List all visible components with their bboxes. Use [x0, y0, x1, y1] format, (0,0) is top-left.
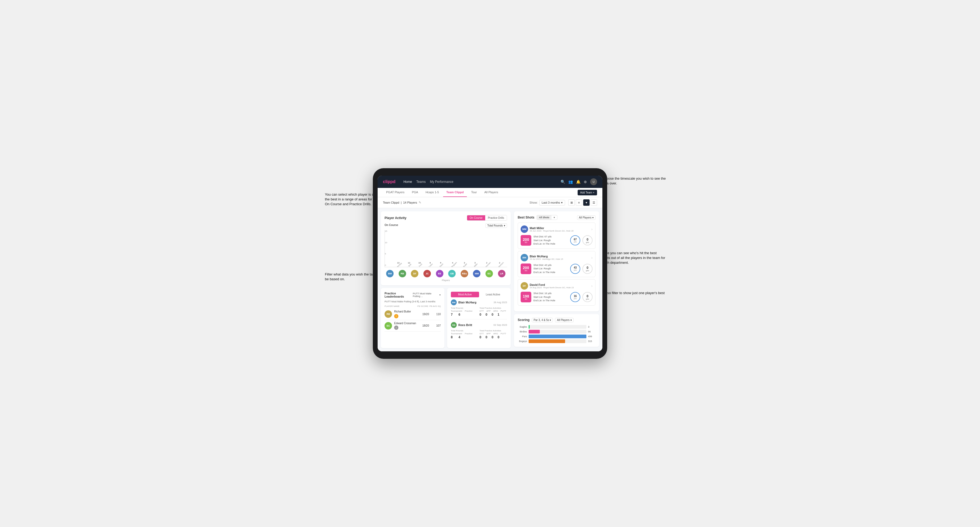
- shot-player-name-2: Blair McHarg: [530, 255, 590, 258]
- grid-view-icon[interactable]: ⊞: [568, 199, 575, 206]
- tab-most-active[interactable]: Most Active: [451, 292, 479, 297]
- y-label-15: 15: [385, 230, 387, 232]
- stats-practice-val-1: 6: [458, 313, 460, 316]
- leaderboard-cols: PLAYER NAME PB SCORE PB AVG SQ: [385, 305, 441, 307]
- activity-toggle: On Course Practice Drills: [467, 215, 507, 221]
- practice-drills-toggle[interactable]: Practice Drills: [485, 215, 507, 221]
- tab-hcaps[interactable]: Hcaps 1-5: [422, 188, 442, 197]
- shot-player-sub-2: 23 Jul 2023 · Ashridge GC, Hole 15: [530, 258, 590, 260]
- bar-group-7: 3M. Miller: [471, 262, 479, 267]
- tab-pgat-players[interactable]: PGAT Players: [383, 188, 408, 197]
- tab-least-active[interactable]: Least Active: [479, 292, 508, 297]
- shot-info-3: Shot Dist: 16 yds Start Lie: Rough End L…: [533, 292, 568, 303]
- avatar[interactable]: U: [590, 178, 597, 185]
- scoring-par-dropdown[interactable]: Par 3, 4 & 5s ▾: [532, 318, 553, 322]
- tab-team-clippd[interactable]: Team Clippd: [443, 188, 467, 197]
- nav-link-home[interactable]: Home: [403, 180, 412, 184]
- best-shots-header: Best Shots All Shots ▾ All Players ▾: [518, 215, 595, 220]
- active-player-header-2: RB Rees Britt 02 Sep 2023: [451, 322, 507, 328]
- shots-tab-best[interactable]: ▾: [552, 215, 557, 220]
- stats-label-rounds-1: Total Rounds: [451, 307, 479, 309]
- player-activity-title: Player Activity: [385, 216, 406, 220]
- shot-player-sub-1: 09 Jun 2023 · Royal North Devon GC, Hole…: [530, 230, 590, 232]
- scoring-players-dropdown[interactable]: All Players ▾: [555, 318, 573, 322]
- player-activity-header: Player Activity On Course Practice Drill…: [385, 215, 507, 221]
- chevron-right-icon-3[interactable]: ›: [591, 284, 593, 288]
- stats-practice-label-1: Practice: [465, 310, 473, 312]
- shot-player-info-1: Matt Miller 09 Jun 2023 · Royal North De…: [530, 227, 590, 232]
- shot-stat-zero-1: 0 yds: [582, 235, 593, 245]
- stats-tournament-val-1: 7: [451, 313, 453, 316]
- chevron-right-icon-2[interactable]: ›: [591, 256, 593, 260]
- active-date-1: 26 Aug 2023: [493, 301, 507, 304]
- shot-avatar-3: DF: [520, 282, 528, 290]
- player-avg-1: 110: [431, 313, 441, 316]
- shots-players-dropdown[interactable]: All Players ▾: [577, 215, 595, 220]
- player-avatar-bar-6: RBu: [461, 270, 468, 277]
- annotation-top-right: Choose the timescale you wish to see the…: [602, 176, 666, 186]
- player-avatar-1: RB: [385, 310, 392, 318]
- active-avatar-1: BM: [451, 300, 457, 305]
- tab-tour[interactable]: Tour: [468, 188, 480, 197]
- scoring-bar-2: [529, 335, 586, 338]
- table-view-icon[interactable]: ☰: [591, 199, 597, 206]
- chart-metric-dropdown[interactable]: Total Rounds ▾: [485, 223, 507, 228]
- player-avatar-bar-3: JC: [423, 270, 431, 277]
- shot-info-2: Shot Dist: 43 yds Start Lie: Rough End L…: [533, 264, 568, 275]
- chevron-right-icon-1[interactable]: ›: [591, 227, 593, 231]
- list-view-icon[interactable]: ≡: [576, 199, 582, 206]
- page-wrapper: You can select which player is doing the…: [330, 168, 650, 359]
- active-player-name-1: BM Blair McHarg: [451, 300, 476, 305]
- player-activity-card: Player Activity On Course Practice Drill…: [381, 211, 511, 285]
- bar-group-5: 4O. Billingham: [447, 262, 458, 267]
- stats-tournament-1: Tournament: [451, 310, 462, 312]
- shots-tab-all[interactable]: All Shots: [537, 215, 552, 220]
- player-avatar-bar-8: EC: [485, 270, 493, 277]
- edit-icon[interactable]: ✎: [418, 201, 421, 205]
- card-view-icon[interactable]: ♥: [583, 199, 590, 206]
- x-axis-label: Players: [385, 279, 507, 282]
- tab-pga[interactable]: PGA: [409, 188, 421, 197]
- chevron-down-icon: ▾: [570, 319, 572, 322]
- search-icon[interactable]: 🔍: [561, 179, 565, 184]
- shot-player-header-2: BM Blair McHarg 23 Jul 2023 · Ashridge G…: [520, 254, 593, 261]
- y-label-5: 5: [385, 252, 387, 255]
- active-player-1: BM Blair McHarg 26 Aug 2023 Total Rounds: [451, 300, 507, 319]
- stats-block-practice-1: Total Practice Activities GTT APP ARG PU…: [480, 307, 508, 316]
- shot-player-info-3: David Ford 24 Aug 2023 · Royal North Dev…: [530, 283, 590, 289]
- active-player-name-2: RB Rees Britt: [451, 322, 472, 328]
- player-avatar-bar-7: MM: [473, 270, 480, 277]
- rank-badge-2: 2: [394, 325, 398, 330]
- add-team-button[interactable]: Add Team +: [578, 190, 597, 195]
- sub-nav: PGAT Players PGA Hcaps 1-5 Team Clippd T…: [378, 188, 602, 197]
- nav-links: Home Teams My Performance: [403, 180, 555, 184]
- chevron-down-icon: ▾: [561, 201, 563, 205]
- show-label: Show:: [530, 201, 538, 204]
- nav-link-teams[interactable]: Teams: [416, 180, 426, 184]
- users-icon[interactable]: 👥: [568, 179, 573, 184]
- nav-icons: 🔍 👥 🔔 ⊕ U: [561, 178, 597, 185]
- shot-avatar-2: BM: [520, 254, 528, 261]
- shot-badge-2: 200 SG: [520, 264, 531, 274]
- player-name-2: Edward Crossman: [394, 322, 417, 325]
- leaderboard-dropdown[interactable]: PUTT Must Make Putting ... ▾: [413, 292, 441, 298]
- nav-link-performance[interactable]: My Performance: [430, 180, 453, 184]
- tab-all-players[interactable]: All Players: [481, 188, 501, 197]
- tablet-frame: clippd Home Teams My Performance 🔍 👥 🔔 ⊕…: [373, 168, 607, 359]
- time-filter-dropdown[interactable]: Last 3 months ▾: [539, 200, 565, 205]
- chevron-down-icon: ▾: [504, 224, 505, 227]
- bell-icon[interactable]: 🔔: [576, 179, 581, 184]
- player-name-1: Richard Butler: [394, 310, 417, 313]
- shots-toggle: All Shots ▾: [536, 215, 557, 220]
- player-avatar-bar-9: LR: [498, 270, 506, 277]
- team-separator: |: [401, 201, 402, 204]
- shot-player-header-1: MM Matt Miller 09 Jun 2023 · Royal North…: [520, 225, 593, 233]
- plus-icon[interactable]: ⊕: [584, 179, 587, 184]
- player-avatars: BMRBDFJCEEOBRBuMMECLR: [385, 269, 507, 278]
- stats-sub-practice-1: GTT APP ARG PUTT: [480, 310, 508, 312]
- leaderboard-dropdown-label: PUTT Must Make Putting ...: [413, 292, 439, 298]
- chart-section-title: On Course: [385, 224, 398, 227]
- on-course-toggle[interactable]: On Course: [467, 215, 485, 221]
- scoring-row-2: Pars499: [518, 335, 595, 338]
- leaderboard-header: Practice Leaderboards PUTT Must Make Put…: [385, 292, 441, 298]
